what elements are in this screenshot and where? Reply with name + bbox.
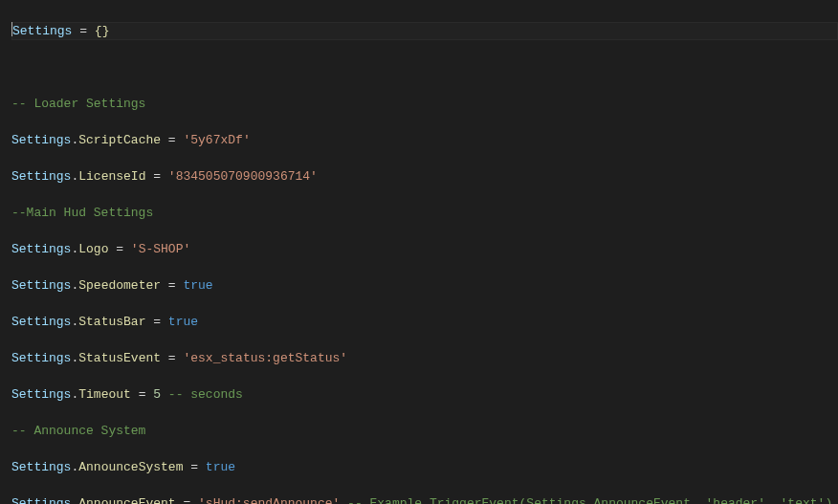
code-editor[interactable]: Settings = {} -- Loader Settings Setting…	[0, 0, 838, 504]
string: 'sHud:sendAnnounce'	[198, 496, 340, 504]
field: Logo	[78, 242, 108, 256]
field: StatusEvent	[78, 351, 161, 365]
code-line[interactable]: Settings.AnnounceEvent = 'sHud:sendAnnou…	[11, 494, 838, 504]
operator: =	[161, 278, 183, 293]
identifier: Settings	[11, 242, 71, 256]
code-line[interactable]	[11, 58, 838, 77]
field: ScriptCache	[78, 133, 161, 147]
operator: =	[145, 315, 167, 329]
code-line[interactable]: -- Announce System	[11, 422, 838, 440]
code-line[interactable]: Settings.LicenseId = '834505070900936714…	[11, 167, 838, 186]
field: StatusBar	[78, 315, 145, 329]
comment: -- Example TriggerEvent(Settings.Announc…	[340, 496, 832, 504]
code-line[interactable]: Settings.Logo = 'S-SHOP'	[11, 240, 838, 258]
identifier: Settings	[11, 133, 71, 147]
brace: }	[102, 24, 110, 38]
code-line[interactable]: Settings.StatusBar = true	[11, 313, 838, 331]
operator: =	[161, 351, 183, 365]
code-line[interactable]: Settings.StatusEvent = 'esx_status:getSt…	[11, 349, 838, 367]
field: Timeout	[78, 387, 131, 402]
boolean: true	[168, 315, 198, 329]
field: AnnounceSystem	[78, 460, 183, 474]
identifier: Settings	[11, 351, 71, 365]
code-line[interactable]: Settings.Timeout = 5 -- seconds	[11, 385, 838, 404]
boolean: true	[206, 460, 235, 474]
code-line[interactable]: Settings.ScriptCache = '5y67xDf'	[11, 131, 838, 149]
comment: -- Loader Settings	[11, 97, 145, 111]
number: 5	[153, 387, 161, 402]
brace: {	[95, 24, 102, 38]
code-line[interactable]: Settings.Speedometer = true	[11, 276, 838, 295]
operator: =	[108, 242, 130, 256]
operator: =	[145, 169, 167, 184]
code-line[interactable]: --Main Hud Settings	[11, 204, 838, 222]
identifier: Settings	[11, 496, 71, 504]
string: '5y67xDf'	[183, 133, 250, 147]
identifier: Settings	[12, 24, 72, 38]
boolean: true	[183, 278, 212, 293]
field: AnnounceEvent	[78, 496, 175, 504]
code-line[interactable]: -- Loader Settings	[11, 95, 838, 113]
string: 'S-SHOP'	[131, 242, 190, 256]
operator: =	[183, 460, 205, 474]
identifier: Settings	[11, 169, 71, 184]
string: 'esx_status:getStatus'	[183, 351, 347, 365]
operator: =	[72, 24, 94, 38]
identifier: Settings	[11, 387, 71, 402]
comment: --Main Hud Settings	[11, 206, 153, 220]
comment: -- seconds	[161, 387, 243, 402]
field: Speedometer	[78, 278, 161, 293]
string: '834505070900936714'	[168, 169, 318, 184]
comment: -- Announce System	[11, 424, 145, 438]
field: LicenseId	[78, 169, 145, 184]
code-line[interactable]: Settings = {}	[11, 22, 838, 40]
identifier: Settings	[11, 315, 71, 329]
operator: =	[161, 133, 183, 147]
operator: =	[176, 496, 198, 504]
identifier: Settings	[11, 278, 71, 293]
identifier: Settings	[11, 460, 71, 474]
code-line[interactable]: Settings.AnnounceSystem = true	[11, 458, 838, 476]
operator: =	[131, 387, 153, 402]
